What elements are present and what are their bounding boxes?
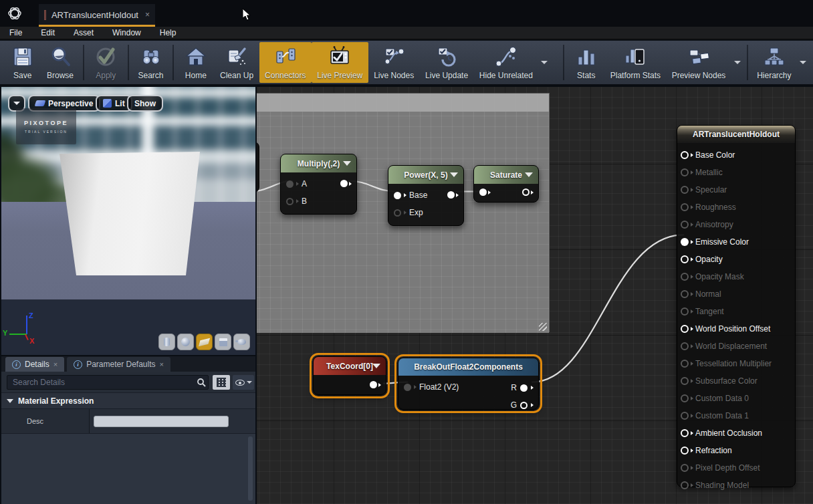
apply-button[interactable]: Apply (88, 42, 124, 83)
sphere-shape-button[interactable] (177, 334, 194, 350)
preview-viewport[interactable]: Perspective Lit Show PIXOTOPE TRIAL VERS… (0, 86, 257, 356)
details-scrollbar[interactable] (248, 436, 253, 501)
material-pin-custom-data-1[interactable]: Custom Data 1 (677, 407, 795, 424)
hierarchy-dropdown[interactable] (797, 42, 809, 83)
hide-unrelated-dropdown[interactable] (538, 42, 550, 83)
power-pin-exp[interactable]: Exp (388, 204, 463, 221)
input-pin[interactable] (286, 180, 294, 188)
close-icon[interactable]: × (160, 360, 164, 368)
search-details-input[interactable] (7, 375, 209, 390)
menu-edit[interactable]: Edit (31, 27, 64, 39)
tab-close-icon[interactable]: × (145, 10, 150, 19)
input-pin[interactable] (394, 192, 401, 199)
node-offscreen-left[interactable] (257, 142, 259, 193)
output-pin[interactable] (370, 381, 377, 388)
material-node-header[interactable]: ARTranslucentHoldout (677, 126, 795, 143)
menu-asset[interactable]: Asset (64, 27, 103, 39)
hide-unrelated-button[interactable]: Hide Unrelated (474, 42, 539, 83)
multiply-node-header[interactable]: Multiply(,2) (281, 154, 356, 172)
power-output-pin[interactable] (447, 191, 459, 199)
material-pin-emissive-color[interactable]: Emissive Color (677, 233, 795, 251)
visibility-filter-button[interactable] (233, 375, 254, 390)
input-pin[interactable] (394, 209, 401, 217)
close-icon[interactable]: × (53, 360, 57, 368)
material-pin-opacity-mask[interactable]: Opacity Mask (677, 268, 795, 285)
material-pin-ambient-occlusion[interactable]: Ambient Occlusion (677, 424, 795, 442)
texcoord-node-header[interactable]: TexCoord[0] (314, 357, 386, 375)
node-breakout-float2[interactable]: BreakOutFloat2Components Float2 (V2) R G (398, 358, 539, 410)
output-pin[interactable] (522, 188, 530, 196)
teapot-shape-button[interactable] (233, 334, 250, 350)
node-texcoord[interactable]: TexCoord[0] (313, 356, 386, 395)
display-grid-button[interactable] (213, 375, 230, 390)
preview-nodes-dropdown[interactable] (731, 42, 743, 83)
material-pin-opacity[interactable]: Opacity (677, 251, 795, 268)
node-material-result[interactable]: ARTranslucentHoldout Base Color Metallic… (677, 125, 796, 487)
preview-nodes-button[interactable]: Preview Nodes (666, 42, 731, 83)
input-pin[interactable] (681, 273, 689, 281)
tab-parameter-defaults[interactable]: i Parameter Defaults × (67, 357, 170, 372)
comment-resize-handle[interactable] (539, 323, 547, 331)
input-pin[interactable] (681, 307, 689, 316)
comment-title-bar[interactable] (257, 94, 549, 112)
input-pin[interactable] (681, 290, 689, 298)
output-pin[interactable] (520, 402, 528, 409)
material-pin-custom-data-0[interactable]: Custom Data 0 (677, 390, 795, 407)
node-saturate[interactable]: Saturate (473, 165, 539, 203)
input-pin[interactable] (681, 203, 689, 211)
input-pin[interactable] (404, 384, 411, 391)
input-pin[interactable] (286, 198, 294, 205)
material-pin-world-displacement[interactable]: World Displacement (677, 338, 795, 355)
input-pin[interactable] (681, 325, 689, 333)
chevron-down-icon[interactable] (343, 161, 351, 166)
asset-tab[interactable]: ARTranslucentHoldout × (39, 4, 155, 25)
chevron-down-icon[interactable] (372, 364, 380, 368)
input-pin[interactable] (681, 186, 689, 194)
material-pin-tessellation-multiplier[interactable]: Tessellation Multiplier (677, 355, 795, 372)
breakout-output-g[interactable]: G (511, 400, 534, 410)
platform-stats-button[interactable]: Platform Stats (604, 42, 666, 83)
material-pin-specular[interactable]: Specular (677, 181, 795, 199)
material-pin-metallic[interactable]: Metallic (677, 164, 795, 181)
input-pin[interactable] (681, 238, 689, 246)
input-pin[interactable] (681, 481, 689, 489)
home-button[interactable]: Home (177, 42, 214, 83)
material-pin-roughness[interactable]: Roughness (677, 199, 795, 216)
saturate-output-pin[interactable] (522, 188, 534, 196)
material-pin-shading-model[interactable]: Shading Model (677, 477, 795, 494)
material-graph-canvas[interactable]: Multiply(,2) A B (257, 86, 813, 504)
input-pin[interactable] (681, 221, 689, 229)
input-pin[interactable] (681, 342, 689, 350)
menu-help[interactable]: Help (150, 27, 186, 39)
texcoord-output-pin[interactable] (370, 381, 381, 388)
multiply-output-pin[interactable] (340, 180, 352, 187)
live-update-button[interactable]: Live Update (420, 42, 474, 83)
chevron-down-icon[interactable] (450, 172, 458, 177)
input-pin[interactable] (681, 447, 689, 455)
search-button[interactable]: Search (132, 42, 169, 83)
multiply-pin-b[interactable]: B (281, 193, 356, 210)
output-pin[interactable] (520, 384, 528, 392)
material-pin-base-color[interactable]: Base Color (677, 146, 795, 164)
clean-up-button[interactable]: Clean Up (214, 42, 259, 83)
chevron-down-icon[interactable] (525, 172, 533, 177)
input-pin[interactable] (479, 188, 487, 196)
stats-button[interactable]: Stats (568, 42, 604, 83)
input-pin[interactable] (681, 255, 689, 263)
desc-input[interactable] (94, 416, 229, 427)
input-pin[interactable] (681, 377, 689, 385)
material-pin-anisotropy[interactable]: Anisotropy (677, 216, 795, 233)
breakout-output-r[interactable]: R (511, 383, 534, 392)
connectors-button[interactable]: Connectors (259, 42, 312, 83)
live-nodes-button[interactable]: Live Nodes (368, 42, 420, 83)
show-button[interactable]: Show (127, 95, 163, 112)
saturate-node-header[interactable]: Saturate (474, 166, 538, 184)
input-pin[interactable] (681, 151, 689, 159)
material-expression-section-header[interactable]: Material Expression (1, 393, 255, 409)
hierarchy-button[interactable]: Hierarchy (751, 42, 797, 83)
node-power[interactable]: Power(X, 5) Base Exp (388, 165, 464, 226)
tab-details[interactable]: i Details × (5, 357, 64, 372)
node-multiply[interactable]: Multiply(,2) A B (280, 154, 357, 215)
input-pin[interactable] (681, 394, 689, 402)
output-pin[interactable] (340, 180, 348, 187)
